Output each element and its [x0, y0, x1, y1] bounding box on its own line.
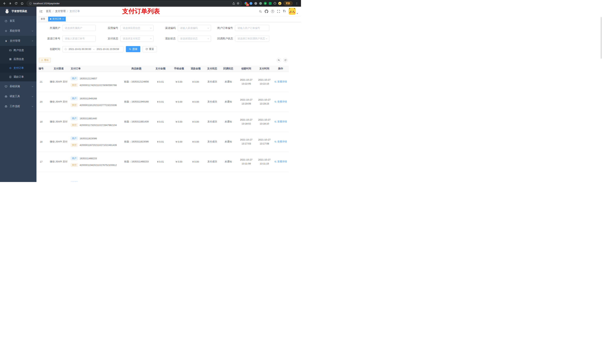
cell-refund: ¥ 0.00 [187, 132, 204, 152]
tab-pay-order[interactable]: 支付订单 × [48, 17, 66, 21]
chevron-down-icon [207, 27, 209, 29]
channel-code-filter-select[interactable]: 请输入渠道编码 [178, 25, 211, 31]
sidebar-item-system[interactable]: 系统管理 [0, 26, 36, 36]
sidebar-item-label: 支付订单 [13, 66, 24, 70]
browser-back-button[interactable] [1, 0, 7, 6]
browser-forward-button[interactable] [7, 0, 13, 6]
fullscreen-icon[interactable] [277, 10, 280, 13]
cell-channel: 微信 JSAPI 支付 [49, 152, 69, 172]
browser-menu-button[interactable] [294, 0, 300, 6]
sidebar-item-merchant-info[interactable]: 商户信息 [0, 46, 36, 55]
search-icon[interactable] [259, 10, 262, 13]
chevron-down-icon [150, 38, 152, 40]
view-detail-link[interactable]: 查看详情 [274, 140, 287, 143]
browser-profile-avatar[interactable] [278, 1, 282, 6]
merchant-order-no-filter-input[interactable] [235, 25, 269, 31]
address-bar[interactable]: localhost:1024/pay/order [27, 1, 242, 6]
extension-icon-square[interactable] [268, 1, 272, 6]
col-pay-status: 支付状态 [204, 65, 220, 72]
merchant-tag: 商户 [71, 181, 78, 182]
page-title-annotation: 支付订单列表 [122, 7, 160, 16]
toggle-search-button[interactable] [277, 58, 281, 62]
breadcrumb-home[interactable]: 首页 [46, 10, 51, 13]
col-fee: 手续金额 [171, 65, 187, 72]
channel-order-no-filter-input[interactable] [62, 35, 96, 42]
app-logo[interactable]: 芋道管理系统 [0, 7, 36, 16]
toolbox-icon [5, 95, 7, 98]
view-detail-link[interactable]: 查看详情 [274, 120, 287, 123]
refresh-table-button[interactable] [283, 58, 288, 62]
refresh-icon [146, 48, 148, 50]
col-create-time: 创建时间 [236, 65, 256, 72]
share-icon[interactable] [232, 2, 235, 5]
filter-row-1: 所属商户 应用编号 请选择应用信息 渠道编码 请输入渠道编码 商户订单编号 [39, 25, 301, 31]
breadcrumb-payment[interactable]: 支付管理 [55, 10, 65, 13]
pay-status-filter-select[interactable]: 请选择支付状态 [120, 35, 154, 42]
github-icon[interactable] [265, 10, 268, 13]
close-icon[interactable]: × [62, 18, 64, 20]
sidebar-item-pay-order[interactable]: 支付订单 [0, 64, 36, 73]
cell-notify-status: 未通知 [220, 72, 236, 92]
extension-icon-sage[interactable] [258, 1, 263, 6]
extension-icon-check[interactable] [263, 1, 268, 6]
browser-home-button[interactable] [19, 0, 25, 6]
search-button[interactable]: 搜索 [126, 46, 140, 52]
extension-icon-colorwheel[interactable]: 10 [244, 1, 248, 6]
merchant-filter-input[interactable] [62, 25, 96, 31]
extensions-puzzle-button[interactable] [273, 1, 277, 6]
sidebar-item-workflow[interactable]: 工作流程 [0, 101, 36, 111]
sidebar-item-label: 首页 [10, 19, 15, 22]
extension-icon-gray[interactable] [253, 1, 258, 6]
cell-create-time: 2021-10-2713:11:08 [236, 152, 256, 172]
create-time-range-input[interactable]: 2021-10-01 00:00:00 - 2021-10-31 23:59:5… [62, 46, 123, 52]
table-row: 18 微信 JSAPI 支付 商户1635311823086 支付4200001… [36, 132, 289, 152]
cell-channel: 微信 JSAPI 支付 [49, 92, 69, 112]
view-detail-link[interactable]: 查看详情 [274, 80, 287, 83]
cell-notify-status: 未通知 [220, 92, 236, 112]
cell-order: 商户1635311457186 [69, 172, 123, 182]
date-range-start: 2021-10-01 00:00:00 [69, 48, 91, 51]
help-icon[interactable]: ? [271, 10, 274, 13]
sidebar-item-home[interactable]: 首页 [0, 16, 36, 26]
reset-button[interactable]: 重置 [142, 46, 157, 52]
sidebar-item-refund-order[interactable]: 退款订单 [0, 73, 36, 81]
cell-fee: ¥ 0.00 [171, 132, 187, 152]
app-no-filter-select[interactable]: 请选择应用信息 [120, 25, 154, 31]
view-detail-link[interactable]: 查看详情 [274, 160, 287, 163]
home-icon [21, 2, 24, 5]
bookmark-star-icon[interactable] [236, 2, 239, 5]
cell-refund: ¥ 0.00 [187, 92, 204, 112]
puzzle-icon [273, 2, 276, 5]
search-icon [274, 81, 277, 83]
refund-status-filter-select[interactable]: 请选择退款状态 [178, 35, 211, 42]
cell-amount: ¥ 0.01 [150, 72, 171, 92]
site-info-icon[interactable] [29, 2, 32, 5]
font-size-icon[interactable]: TT [283, 10, 286, 13]
browser-reload-button[interactable] [13, 0, 19, 6]
view-detail-link[interactable]: 查看详情 [274, 100, 287, 104]
tab-home[interactable]: 首页 [39, 17, 47, 21]
user-menu[interactable] [289, 8, 298, 15]
sidebar-item-app-info[interactable]: 应用信息 [0, 55, 36, 64]
export-button[interactable]: 导出 [39, 58, 51, 62]
sidebar-item-label: 研发工具 [10, 95, 20, 98]
user-avatar[interactable] [289, 8, 296, 15]
notify-status-filter-select[interactable]: 请选择订单回调商户状态 [235, 35, 269, 42]
extension-icon-drop[interactable] [249, 1, 253, 6]
col-pay-time: 支付时间 [256, 65, 272, 72]
cell-refund: ¥ 0.00 [187, 152, 204, 172]
pay-tag: 支付 [71, 163, 78, 167]
sidebar-item-label: 基础设施 [10, 85, 20, 88]
cell-pay-status: 支付成功 [204, 132, 220, 152]
pay-tag: 支付 [71, 123, 78, 127]
sidebar-item-infrastructure[interactable]: 基础设施 [0, 81, 36, 91]
cell-pay-status: 支付成功 [204, 92, 220, 112]
browser-update-button[interactable]: 更新 [283, 1, 292, 5]
sidebar-item-payment[interactable]: ¥ 支付管理 [0, 36, 36, 46]
sidebar-collapse-button[interactable] [39, 10, 43, 13]
payment-submenu: 商户信息 应用信息 支付订单 退款订单 [0, 46, 36, 81]
sidebar-item-dev-tools[interactable]: 研发工具 [0, 91, 36, 101]
grid-icon [9, 58, 12, 61]
top-navbar: 首页 / 支付管理 / 支付订单 支付订单列表 ? TT [36, 7, 301, 16]
cell-actions: 查看详情 [272, 92, 289, 112]
